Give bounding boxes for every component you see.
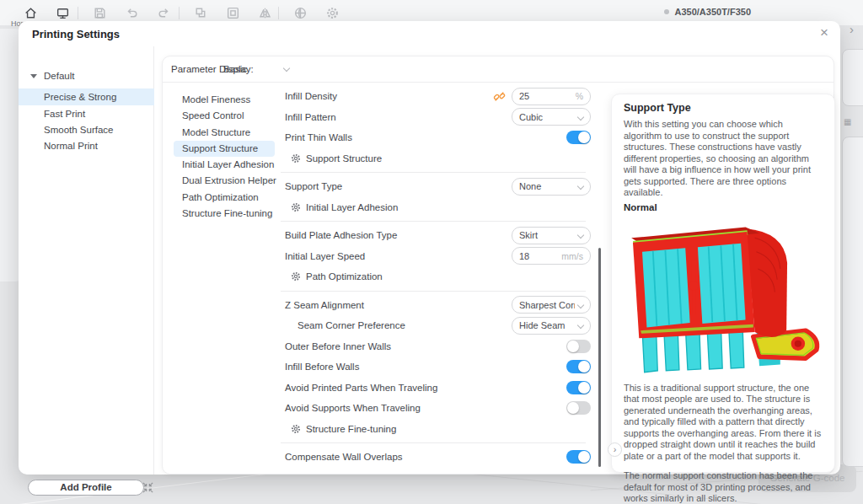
build-plate-adhesion-select[interactable]: Skirt [512,227,591,244]
chevron-down-icon [577,183,584,190]
description-para1: This is a traditional support structure,… [624,383,823,463]
unlink-icon[interactable] [493,90,506,103]
dialog-title: Printing Settings [32,28,120,40]
support-type-select[interactable]: None [512,178,591,196]
parameter-display-select[interactable]: Basic [223,64,247,74]
gear-icon [291,271,301,281]
support-preview-image [624,213,824,378]
divider [281,291,586,292]
section-support-structure[interactable]: Support Structure [279,148,591,169]
gear-icon [291,153,301,164]
chevron-down-icon [577,114,584,121]
toolbar-divider [278,7,279,19]
seam-corner-preference-select[interactable]: Hide Seam [512,317,591,335]
nav-item-dual-extrusion-helper[interactable]: Dual Extrusion Helper [174,173,275,189]
panel-expand-chevron-icon[interactable]: › [850,22,854,36]
setting-row-avoid-printed-parts: Avoid Printed Parts When Traveling [279,378,591,399]
divider [281,442,586,443]
nav-item-speed-control[interactable]: Speed Control [174,108,275,124]
setting-row-infill-density: Infill Density 25 % [279,86,591,107]
right-panel-card [842,137,863,467]
close-icon[interactable]: × [820,24,828,41]
collapse-triangle-icon [30,74,37,78]
setting-row-infill-pattern: Infill Pattern Cubic [279,107,591,128]
z-seam-alignment-select[interactable]: Sharpest Corner [512,296,591,314]
save-icon[interactable] [93,6,107,20]
home-icon[interactable] [24,6,38,20]
toolbar-divider [179,7,180,19]
profile-item-normal-print[interactable]: Normal Print [19,137,154,154]
setting-row-print-thin-walls: Print Thin Walls [279,127,591,148]
chevron-down-icon [577,322,584,329]
setting-row-support-type: Support Type None [279,176,591,197]
compensate-wall-overlaps-toggle[interactable] [566,450,591,464]
toolbar-divider [78,7,78,19]
setting-row-initial-layer-speed: Initial Layer Speed 18 mm/s [279,246,591,267]
section-initial-layer-adhesion[interactable]: Initial Layer Adhesion [279,197,591,218]
workspace-icon[interactable] [56,6,70,20]
nav-item-model-structure[interactable]: Model Structure [174,125,275,141]
setting-row-avoid-supports: Avoid Supports When Traveling [279,398,591,419]
language-icon[interactable] [293,6,308,20]
setting-row-infill-before-walls: Infill Before Walls [279,357,591,378]
description-para2: The normal support construction has been… [624,470,823,504]
outer-before-inner-walls-toggle[interactable] [566,340,591,353]
chevron-down-icon [577,302,584,308]
description-intro: With this setting you can choose which a… [624,119,823,199]
section-structure-fine-tuning[interactable]: Structure Fine-tuning [279,419,591,440]
gear-icon [291,424,301,434]
initial-layer-speed-input[interactable]: 18 mm/s [512,247,591,265]
infill-before-walls-toggle[interactable] [566,360,591,373]
machine-name: A350/A350T/F350 [675,7,752,17]
mirror-icon[interactable] [258,6,272,20]
material-icon: ▦ [844,117,851,126]
arrange-icon[interactable] [194,6,208,20]
gear-icon [291,202,301,212]
profile-item-smooth-surface[interactable]: Smooth Surface [19,121,154,138]
nav-item-structure-fine-tuning[interactable]: Structure Fine-tuning [174,206,275,222]
description-collapse-button[interactable]: › [608,442,622,457]
setting-row-outer-before-inner-walls: Outer Before Inner Walls [279,336,591,357]
description-subtitle: Normal [624,202,823,212]
nav-item-path-optimization[interactable]: Path Optimization [174,190,275,206]
undo-icon[interactable] [125,6,139,20]
avoid-supports-toggle[interactable] [566,401,591,415]
avoid-printed-parts-toggle[interactable] [566,381,591,394]
setting-row-seam-corner-preference: Seam Corner Preference Hide Seam [279,315,591,336]
profile-sidebar: Default Precise & Strong Fast Print Smoo… [19,46,154,475]
nav-item-initial-layer-adhesion[interactable]: Initial Layer Adhesion [174,157,275,173]
app-window: A350/A350T/F350 Home › Generate G-code [0,0,863,504]
setting-row-compensate-wall-overlaps: Compensate Wall Overlaps [279,447,591,468]
printing-settings-dialog: Printing Settings × Default Precise & St… [19,21,840,475]
right-panel-card [842,49,863,106]
description-panel: Support Type With this setting you can c… [611,94,835,473]
section-path-optimization[interactable]: Path Optimization [279,266,591,287]
settings-list: Infill Density 25 % Infill Pattern Cubic [279,83,606,475]
settings-main-card: Parameter Display: Basic Model Fineness … [162,56,834,475]
settings-nav: Model Fineness Speed Control Model Struc… [174,92,275,222]
profile-item-fast-print[interactable]: Fast Print [19,105,154,122]
parameter-display-bar: Parameter Display: Basic [163,56,834,83]
settings-scrollbar[interactable] [598,248,601,467]
description-title: Support Type [624,102,823,114]
machine-status-dot [664,9,669,14]
setting-row-build-plate-adhesion: Build Plate Adhesion Type Skirt [279,225,591,246]
add-profile-button[interactable]: Add Profile [28,480,144,496]
nav-item-model-fineness[interactable]: Model Fineness [174,92,275,108]
print-thin-walls-toggle[interactable] [566,131,591,144]
profile-item-precise-strong[interactable]: Precise & Strong [19,88,154,105]
settings-icon[interactable] [325,6,340,20]
divider [281,172,586,173]
align-icon[interactable] [226,6,240,20]
infill-density-input[interactable]: 25 % [512,88,591,105]
setting-row-z-seam-alignment: Z Seam Alignment Sharpest Corner [279,295,591,316]
machine-indicator[interactable]: A350/A350T/F350 [664,7,752,17]
nav-item-support-structure[interactable]: Support Structure [174,141,275,157]
profile-tree-root[interactable]: Default [30,71,74,81]
chevron-down-icon [577,232,584,239]
chevron-down-icon [283,65,290,72]
divider [281,221,586,222]
infill-pattern-select[interactable]: Cubic [512,108,591,126]
redo-icon[interactable] [157,6,171,20]
